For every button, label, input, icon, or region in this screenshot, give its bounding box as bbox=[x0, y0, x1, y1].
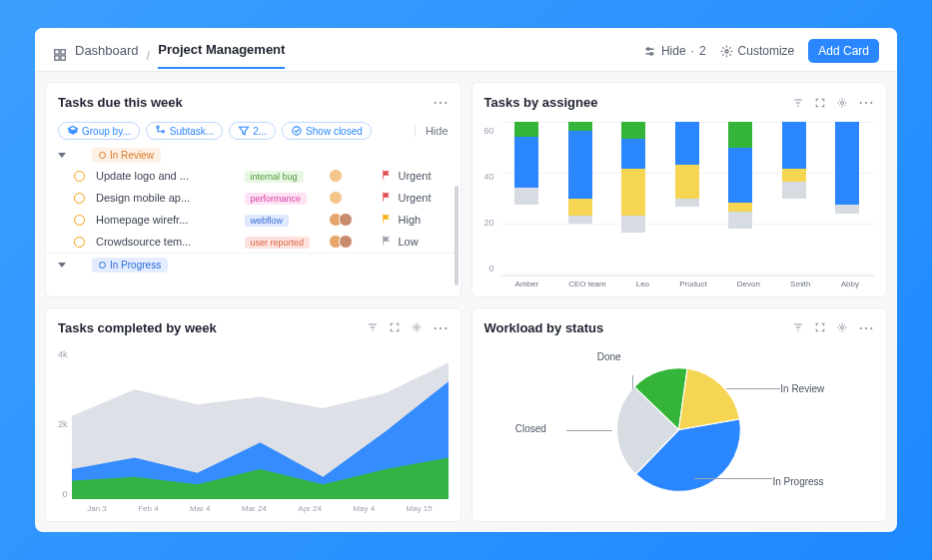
bar[interactable] bbox=[568, 122, 592, 274]
caret-icon[interactable] bbox=[58, 263, 66, 268]
status-circle-icon[interactable] bbox=[74, 171, 85, 182]
pie-label: Done bbox=[597, 351, 621, 362]
svg-rect-2 bbox=[55, 56, 59, 60]
bar-plot-area bbox=[500, 122, 874, 277]
dashboard-grid: Tasks due this week ⋯ Group by... Subtas… bbox=[35, 72, 897, 532]
avatar[interactable] bbox=[339, 235, 353, 249]
assignee-avatars[interactable] bbox=[329, 213, 377, 227]
card-title: Tasks due this week bbox=[58, 95, 183, 110]
expand-icon[interactable] bbox=[389, 321, 401, 333]
breadcrumb-current[interactable]: Project Management bbox=[158, 42, 285, 69]
task-name: Update logo and ... bbox=[96, 170, 241, 182]
hide-columns-button[interactable]: Hide bbox=[415, 125, 449, 137]
svg-rect-1 bbox=[61, 50, 65, 54]
breadcrumb-root[interactable]: Dashboard bbox=[75, 43, 139, 68]
stack-icon bbox=[67, 125, 79, 137]
task-name: Homepage wirefr... bbox=[96, 214, 241, 226]
filter-icon[interactable] bbox=[367, 321, 379, 333]
avatar[interactable] bbox=[339, 213, 353, 227]
bar[interactable] bbox=[728, 122, 752, 274]
flag-icon[interactable] bbox=[381, 169, 395, 183]
app-window: Dashboard / Project Management Hide · 2 … bbox=[35, 28, 897, 532]
area-x-axis: Jan 3Feb 4Mar 4Mar 24Apr 24May 4May 15 bbox=[72, 504, 449, 513]
bar[interactable] bbox=[782, 122, 806, 274]
svg-point-10 bbox=[841, 101, 844, 104]
filter-icon bbox=[238, 125, 250, 137]
expand-icon[interactable] bbox=[814, 97, 826, 109]
filter-label: 2... bbox=[253, 126, 267, 137]
group-in-review[interactable]: In Review bbox=[92, 148, 161, 163]
filter-pill[interactable]: 2... bbox=[229, 122, 276, 140]
task-list: In Review Update logo and ... internal b… bbox=[46, 146, 461, 275]
area-chart: 4k2k0 Jan 3Feb 4Mar 4Mar 24Apr 24May 4Ma… bbox=[58, 347, 449, 514]
table-row[interactable]: Homepage wirefr... webflow High bbox=[46, 209, 461, 231]
group-in-review-label: In Review bbox=[110, 150, 154, 161]
gear-icon[interactable] bbox=[411, 321, 423, 333]
scrollbar[interactable] bbox=[455, 186, 459, 285]
assignee-avatars[interactable] bbox=[329, 169, 377, 183]
pie-chart: In ProgressClosedDoneIn Review bbox=[484, 347, 875, 514]
show-closed-pill[interactable]: Show closed bbox=[282, 122, 372, 140]
caret-icon[interactable] bbox=[58, 153, 66, 158]
more-icon[interactable]: ⋯ bbox=[858, 318, 874, 337]
task-name: Design mobile ap... bbox=[96, 192, 241, 204]
svg-point-8 bbox=[162, 131, 164, 133]
gear-icon bbox=[720, 45, 733, 58]
assignee-avatars[interactable] bbox=[329, 235, 377, 249]
subtask-icon bbox=[155, 125, 167, 137]
svg-point-6 bbox=[724, 49, 727, 52]
more-icon[interactable]: ⋯ bbox=[858, 93, 874, 112]
area-y-axis: 4k2k0 bbox=[58, 347, 68, 514]
svg-point-5 bbox=[650, 52, 652, 54]
svg-point-12 bbox=[841, 326, 844, 329]
sliders-icon bbox=[643, 45, 656, 58]
task-tag[interactable]: performance bbox=[245, 192, 325, 205]
filter-icon[interactable] bbox=[792, 321, 804, 333]
status-dot-icon bbox=[99, 262, 106, 269]
subtask-label: Subtask... bbox=[170, 126, 214, 137]
bar[interactable] bbox=[514, 122, 538, 274]
header-actions: Hide · 2 Customize Add Card bbox=[643, 39, 879, 71]
avatar[interactable] bbox=[329, 191, 343, 205]
task-tag[interactable]: webflow bbox=[245, 214, 325, 227]
dashboard-icon bbox=[53, 48, 67, 62]
status-circle-icon[interactable] bbox=[74, 215, 85, 226]
table-row[interactable]: Crowdsource tem... user reported Low bbox=[46, 231, 461, 253]
customize-label: Customize bbox=[738, 44, 795, 58]
more-icon[interactable]: ⋯ bbox=[433, 318, 449, 337]
table-row[interactable]: Update logo and ... internal bug Urgent bbox=[46, 165, 461, 187]
bar[interactable] bbox=[675, 122, 699, 274]
pie-label: Closed bbox=[515, 423, 546, 434]
group-row-progress: In Progress bbox=[46, 253, 461, 275]
customize-button[interactable]: Customize bbox=[720, 44, 795, 58]
group-by-pill[interactable]: Group by... bbox=[58, 122, 140, 140]
priority-label: Urgent bbox=[399, 192, 449, 204]
subtask-pill[interactable]: Subtask... bbox=[146, 122, 223, 140]
status-circle-icon[interactable] bbox=[74, 193, 85, 204]
assignee-avatars[interactable] bbox=[329, 191, 377, 205]
table-row[interactable]: Design mobile ap... performance Urgent bbox=[46, 187, 461, 209]
gear-icon[interactable] bbox=[836, 321, 848, 333]
filter-icon[interactable] bbox=[792, 97, 804, 109]
area-plot bbox=[72, 347, 449, 500]
hide-label: Hide bbox=[661, 44, 686, 58]
flag-icon[interactable] bbox=[381, 191, 395, 205]
hide-sep: · bbox=[691, 44, 694, 58]
task-tag[interactable]: internal bug bbox=[245, 170, 325, 183]
avatar[interactable] bbox=[329, 169, 343, 183]
bar[interactable] bbox=[621, 122, 645, 274]
flag-icon[interactable] bbox=[381, 213, 395, 227]
gear-icon[interactable] bbox=[836, 97, 848, 109]
hide-button[interactable]: Hide · 2 bbox=[643, 44, 706, 58]
card-tasks-assignee: Tasks by assignee ⋯ 6040200 AmberCEO tea… bbox=[471, 82, 888, 297]
expand-icon[interactable] bbox=[814, 321, 826, 333]
add-card-button[interactable]: Add Card bbox=[808, 39, 879, 63]
status-circle-icon[interactable] bbox=[74, 237, 85, 248]
more-icon[interactable]: ⋯ bbox=[433, 93, 449, 112]
task-tag[interactable]: user reported bbox=[245, 236, 325, 249]
bar[interactable] bbox=[835, 122, 859, 274]
bar-y-axis: 6040200 bbox=[484, 122, 494, 288]
flag-icon[interactable] bbox=[381, 235, 395, 249]
group-in-progress[interactable]: In Progress bbox=[92, 258, 168, 273]
pie-label: In Progress bbox=[772, 476, 823, 487]
